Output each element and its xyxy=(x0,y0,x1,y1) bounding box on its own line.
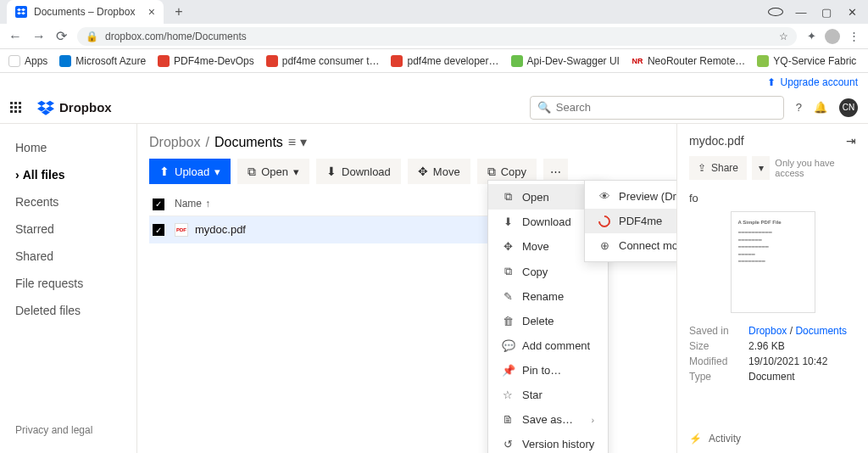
comment-icon: 💬 xyxy=(502,339,514,352)
file-preview-thumbnail[interactable]: A Simple PDF File ━━━━━━━━━━━━━━━━━━━━━━… xyxy=(731,211,815,313)
app-header: Dropbox 🔍 Search ? 🔔 CN xyxy=(0,92,868,124)
upload-icon: ⬆ xyxy=(159,165,170,178)
upgrade-link[interactable]: Upgrade account xyxy=(781,76,858,88)
activity-icon: ⚡ xyxy=(689,433,702,445)
ctx-save-as[interactable]: 🗎Save as…› xyxy=(488,407,608,432)
nav-back-button[interactable]: ← xyxy=(8,29,22,44)
sidebar-item-recents[interactable]: Recents xyxy=(0,188,136,215)
submenu-preview[interactable]: 👁Preview (Dropbox) xyxy=(585,184,676,209)
sidebar-item-starred[interactable]: Starred xyxy=(0,215,136,243)
open-submenu: 👁Preview (Dropbox) PDF4me ⊕Connect more … xyxy=(584,180,676,262)
download-button[interactable]: ⬇Download xyxy=(316,159,401,184)
new-tab-button[interactable]: + xyxy=(169,4,189,20)
share-dropdown-button[interactable]: ▾ xyxy=(752,156,770,180)
window-controls: — ▢ ✕ xyxy=(768,6,868,19)
breadcrumb-root[interactable]: Dropbox xyxy=(149,135,200,150)
upgrade-icon: ⬆ xyxy=(767,76,776,88)
view-toggle-button[interactable]: ≡ ▾ xyxy=(288,134,307,150)
sidebar-item-home[interactable]: Home xyxy=(0,134,136,161)
window-close-button[interactable]: ✕ xyxy=(844,6,860,19)
save-icon: 🗎 xyxy=(502,413,514,426)
submenu-connect-apps[interactable]: ⊕Connect more apps xyxy=(585,233,676,258)
upload-button[interactable]: ⬆Upload ▾ xyxy=(149,159,231,184)
ctx-delete[interactable]: 🗑Delete xyxy=(488,309,608,333)
sidebar-item-file-requests[interactable]: File requests xyxy=(0,270,136,297)
move-button[interactable]: ✥Move xyxy=(408,159,470,184)
browser-menu-icon[interactable]: ⋮ xyxy=(849,30,860,42)
rename-icon: ✎ xyxy=(502,290,514,303)
profile-avatar-icon[interactable] xyxy=(825,29,840,44)
ctx-pin[interactable]: 📌Pin to… xyxy=(488,358,608,383)
search-icon: 🔍 xyxy=(537,101,551,114)
dropbox-glyph-icon xyxy=(37,100,54,115)
bookmark-item[interactable]: pdf4me developer… xyxy=(391,55,498,67)
star-url-icon[interactable]: ☆ xyxy=(779,31,788,42)
expand-icon[interactable]: ⇥ xyxy=(846,134,856,148)
access-label: Only you have access xyxy=(775,158,856,178)
sidebar: Home All files Recents Starred Shared Fi… xyxy=(0,124,137,453)
window-record-icon xyxy=(768,8,783,16)
bookmark-item[interactable]: PDF4me-DevOps xyxy=(158,55,254,67)
browser-tab[interactable]: Documents – Dropbox × xyxy=(7,0,164,24)
bookmarks-bar: Apps Microsoft Azure PDF4me-DevOps pdf4m… xyxy=(0,49,868,73)
row-checkbox[interactable]: ✓ xyxy=(153,224,164,236)
nav-forward-button[interactable]: → xyxy=(32,29,46,44)
saved-in-value: Dropbox / Documents xyxy=(748,325,856,337)
eye-icon: 👁 xyxy=(598,190,610,203)
tab-title: Documents – Dropbox xyxy=(34,6,142,18)
open-icon: ⧉ xyxy=(248,165,256,179)
share-button[interactable]: ⇪Share xyxy=(689,156,747,180)
help-icon[interactable]: ? xyxy=(796,101,802,114)
copy-icon: ⧉ xyxy=(487,165,496,179)
share-icon: ⇪ xyxy=(698,162,706,174)
close-tab-icon[interactable]: × xyxy=(148,5,155,19)
upgrade-banner: ⬆ Upgrade account xyxy=(0,73,868,92)
pin-icon: 📌 xyxy=(502,364,514,377)
breadcrumb: Dropbox / Documents ≡ ▾ xyxy=(149,134,665,150)
search-input[interactable]: 🔍 Search xyxy=(530,96,784,120)
window-minimize-button[interactable]: — xyxy=(793,6,809,19)
submenu-pdf4me[interactable]: PDF4me xyxy=(585,209,676,233)
sidebar-footer-link[interactable]: Privacy and legal xyxy=(0,417,136,443)
extensions-icon[interactable]: ✦ xyxy=(807,30,816,42)
window-maximize-button[interactable]: ▢ xyxy=(819,6,834,19)
select-all-checkbox[interactable]: ✓ xyxy=(153,199,164,210)
type-value: Document xyxy=(748,371,856,383)
browser-url-bar: ← → ⟳ 🔒 dropbox.com/home/Documents ☆ ✦ ⋮ xyxy=(0,24,868,49)
ctx-rename[interactable]: ✎Rename xyxy=(488,284,608,309)
bookmark-item[interactable]: Microsoft Azure xyxy=(59,55,146,67)
plus-circle-icon: ⊕ xyxy=(598,239,610,252)
account-avatar[interactable]: CN xyxy=(839,98,858,117)
sidebar-item-all-files[interactable]: All files xyxy=(0,161,136,188)
bookmark-item[interactable]: Api-Dev-Swagger UI xyxy=(511,55,620,67)
bookmarks-apps[interactable]: Apps xyxy=(8,55,47,67)
bookmark-item[interactable]: pdf4me consumer t… xyxy=(266,55,380,67)
open-button[interactable]: ⧉Open ▾ xyxy=(237,159,309,184)
url-field[interactable]: 🔒 dropbox.com/home/Documents ☆ xyxy=(77,27,797,46)
notifications-icon[interactable]: 🔔 xyxy=(814,101,827,114)
sidebar-item-shared[interactable]: Shared xyxy=(0,243,136,270)
chevron-right-icon: › xyxy=(592,415,595,425)
lock-icon: 🔒 xyxy=(86,31,98,42)
ctx-copy[interactable]: ⧉Copy xyxy=(488,259,608,284)
details-panel: mydoc.pdf ⇥ ⇪Share ▾ Only you have acces… xyxy=(676,124,868,453)
bookmark-item[interactable]: NRNeoRouter Remote… xyxy=(632,55,745,67)
bookmark-item[interactable]: YQ-Service Fabric xyxy=(757,55,856,67)
move-icon: ✥ xyxy=(502,240,514,253)
ctx-star[interactable]: ☆Star xyxy=(488,383,608,407)
activity-section[interactable]: ⚡Activity xyxy=(689,433,741,445)
url-text: dropbox.com/home/Documents xyxy=(105,31,247,42)
ctx-version-history[interactable]: ↺Version history xyxy=(488,432,608,453)
modified-value: 19/10/2021 10:42 xyxy=(748,355,856,367)
dropbox-logo[interactable]: Dropbox xyxy=(37,100,112,115)
history-icon: ↺ xyxy=(502,438,514,450)
sidebar-item-deleted[interactable]: Deleted files xyxy=(0,297,136,324)
pdf4me-icon xyxy=(598,215,610,227)
breadcrumb-current: Documents xyxy=(214,135,283,150)
ctx-add-comment[interactable]: 💬Add comment xyxy=(488,333,608,358)
info-fragment: fo xyxy=(689,192,856,204)
nav-reload-button[interactable]: ⟳ xyxy=(56,28,67,44)
sort-asc-icon: ↑ xyxy=(205,198,210,210)
open-icon: ⧉ xyxy=(502,190,514,204)
app-grid-icon[interactable] xyxy=(10,102,25,113)
